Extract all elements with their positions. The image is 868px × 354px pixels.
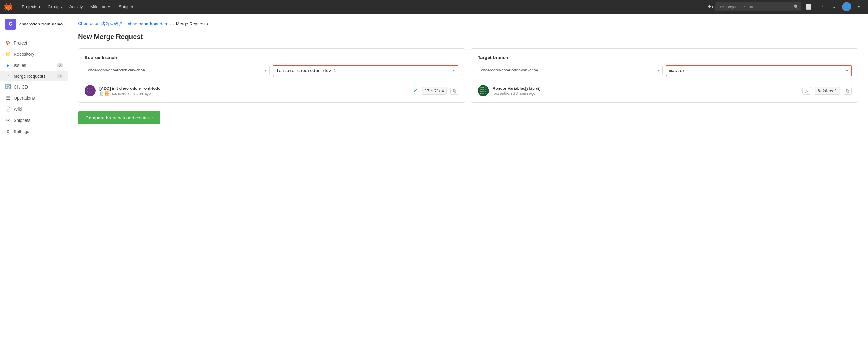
source-branch-select-wrapper: feature-choerodon-dev-1 [273,65,459,76]
breadcrumb: Choerodon-猪齿鱼研发 › choerodon-front-demo ›… [78,21,858,27]
target-commit-author: root authored 3 hours ago [493,91,535,96]
svg-point-0 [85,85,96,96]
source-commit-status-icon: ✔ [413,87,418,94]
main-nav-links: Projects ▾ Groups Activity Milestones Sn… [18,0,708,13]
target-commit-row: Render Variables[skip ci] root authored … [478,81,851,96]
svg-rect-17 [483,89,485,90]
issues-icon-button[interactable]: ✓ [829,1,840,12]
sidebar-nav: 🏠 Project 📁 Repository ● Issues 0 ⑂ Merg… [0,35,68,140]
svg-rect-1 [87,88,88,90]
target-commit-meta: root authored 3 hours ago [493,91,799,96]
gitlab-logo[interactable] [4,2,13,11]
svg-rect-19 [479,91,481,92]
nav-snippets[interactable]: Snippets [115,0,139,13]
sidebar-icon: ⬜ [805,4,812,10]
branch-panels: Source branch choerodon-choerodon-dev/ch… [78,48,858,103]
issues-nav-icon: ✓ [833,4,837,10]
page-title: New Merge Request [78,33,858,41]
source-commit-meta-icons: 📋 🔀 [99,91,110,96]
source-commit-meta: 📋 🔀 authored 7 minutes ago [99,91,409,96]
nav-groups[interactable]: Groups [44,0,66,13]
nav-right-area: + ▾ This project 🔍 ⬜ ⑂ ✓ 🌐 ▾ [708,1,864,12]
sidebar-item-issues[interactable]: ● Issues 0 [0,60,68,71]
source-commit-author-time: authored 7 minutes ago [112,91,151,96]
nav-activity[interactable]: Activity [66,0,87,13]
source-commit-hash: 17ef71e4 [422,87,447,95]
target-branch-select[interactable]: master [666,66,851,75]
source-commit-title: [ADD] init choerodon-front-todo [99,86,409,91]
settings-icon: ⚙ [5,129,10,134]
target-branch-title: Target branch [478,55,851,60]
issues-badge: 0 [57,63,63,67]
svg-rect-3 [91,88,92,90]
target-commit-info: Render Variables[skip ci] root authored … [493,86,799,96]
sidebar-item-snippets[interactable]: ✂ Snippets [0,115,68,126]
svg-rect-20 [482,91,483,92]
svg-rect-26 [485,93,486,94]
source-repo-select-wrapper: choerodon-choerodon-dev/choe... [85,65,270,76]
sidebar-item-cicd[interactable]: 🔄 CI / CD [0,81,68,93]
project-icon: 🏠 [5,40,10,46]
merge-requests-badge: 0 [57,74,63,78]
breadcrumb-current: Merge Requests [176,21,208,26]
source-repo-select[interactable]: choerodon-choerodon-dev/choe... [85,65,270,75]
sidebar-item-operations[interactable]: ☰ Operations [0,93,68,104]
sidebar: C choerodon-front-demo 🏠 Project 📁 Repos… [0,13,68,354]
issues-icon: ● [5,63,10,68]
target-commit-hash: 3c26eed1 [815,87,840,95]
svg-rect-15 [479,89,481,90]
sidebar-item-settings[interactable]: ⚙ Settings [0,126,68,137]
target-copy-hash-button[interactable]: ⎘ [843,87,851,95]
cicd-icon: 🔄 [5,84,10,90]
source-copy-hash-button[interactable]: ⎘ [451,87,459,95]
breadcrumb-project[interactable]: choerodon-front-demo [128,21,171,26]
target-branch-selectors: choerodon-choerodon-dev/choe... master [478,65,851,76]
sidebar-item-merge-requests[interactable]: ⑂ Merge Requests 0 [0,71,68,81]
search-input[interactable] [741,5,791,9]
sidebar-item-repository[interactable]: 📁 Repository [0,48,68,60]
app-layout: C choerodon-front-demo 🏠 Project 📁 Repos… [0,13,868,354]
svg-rect-5 [87,91,88,92]
svg-rect-14 [485,87,486,88]
project-name: choerodon-front-demo [19,22,63,27]
snippets-icon: ✂ [5,117,10,123]
sidebar-item-project[interactable]: 🏠 Project [0,37,68,48]
svg-rect-21 [483,91,485,92]
nav-milestones[interactable]: Milestones [87,0,115,13]
sidebar-project-header: C choerodon-front-demo [0,13,68,35]
merge-request-icon-button[interactable]: ⑂ [816,1,827,12]
search-icon[interactable]: 🔍 [791,4,801,9]
sidebar-item-wiki[interactable]: 📄 Wiki [0,104,68,115]
target-branch-panel: Target branch choerodon-choerodon-dev/ch… [471,48,858,103]
merge-requests-icon: ⑂ [5,73,10,79]
source-commit-info: [ADD] init choerodon-front-todo 📋 🔀 auth… [99,86,409,96]
sidebar-toggle-button[interactable]: ⬜ [803,1,814,12]
svg-rect-12 [482,87,483,88]
user-avatar-button[interactable]: 🌐 [842,2,851,11]
search-box: This project 🔍 [715,2,801,11]
svg-rect-23 [479,93,481,94]
target-branch-select-wrapper: master [666,65,852,76]
create-new-button[interactable]: + ▾ [708,4,713,10]
project-avatar: C [5,19,16,30]
target-commit-avatar [478,85,489,96]
svg-rect-18 [485,89,486,90]
target-commit-forward-button[interactable]: ▷ [802,87,811,95]
svg-rect-16 [482,89,483,90]
breadcrumb-org[interactable]: Choerodon-猪齿鱼研发 [78,21,123,27]
main-content: Choerodon-猪齿鱼研发 › choerodon-front-demo ›… [68,13,868,354]
breadcrumb-sep-2: › [173,21,174,26]
target-repo-select[interactable]: choerodon-choerodon-dev/choe... [478,65,662,75]
target-repo-select-wrapper: choerodon-choerodon-dev/choe... [478,65,662,76]
projects-chevron-icon: ▾ [39,5,40,9]
nav-projects[interactable]: Projects ▾ [18,0,44,13]
wiki-icon: 📄 [5,106,10,112]
operations-icon: ☰ [5,95,10,101]
svg-rect-25 [483,93,485,94]
svg-rect-6 [89,92,90,93]
compare-branches-button[interactable]: Compare branches and continue [78,111,160,124]
user-menu-chevron[interactable]: ▾ [853,1,864,12]
breadcrumb-sep-1: › [125,21,126,26]
source-branch-select[interactable]: feature-choerodon-dev-1 [273,66,458,75]
target-commit-title: Render Variables[skip ci] [493,86,799,91]
